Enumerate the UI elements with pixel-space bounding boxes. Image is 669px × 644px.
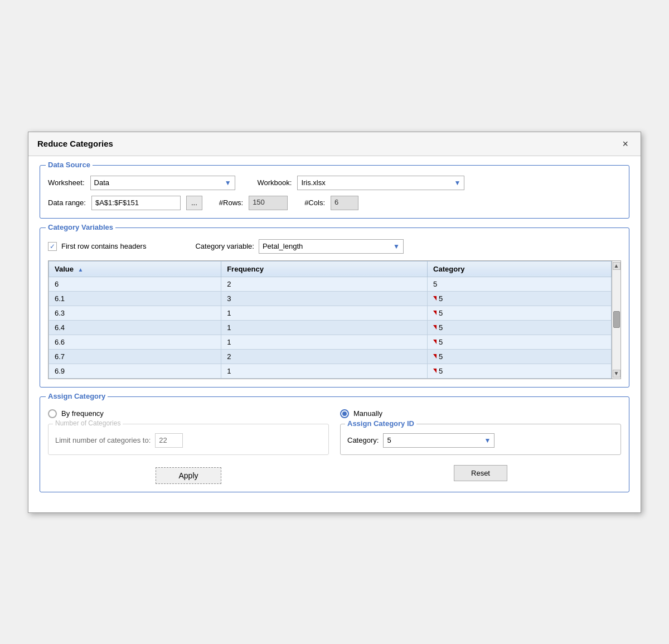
vertical-scrollbar[interactable]: ▲ ▼ [612,261,620,379]
cell-frequency: 2 [221,277,428,291]
category-table: Value ▲ Frequency Category [49,261,612,379]
reset-button[interactable]: Reset [454,465,507,481]
red-triangle-icon [433,311,437,315]
red-triangle-icon [433,340,437,344]
data-source-group: Data Source Worksheet: Data ▼ Workbook: … [40,165,629,219]
data-source-label: Data Source [46,161,93,169]
cols-label: #Cols: [304,198,325,207]
cell-category: 5 [428,306,612,320]
scroll-thumb[interactable] [613,311,620,328]
num-categories-group-label: Number of Categories [53,419,123,427]
cell-value: 6.7 [49,349,221,364]
cell-value: 6 [49,277,221,291]
category-var-arrow-icon: ▼ [393,243,400,250]
first-row-headers-row: First row contains headers Category vari… [48,239,621,254]
table-row[interactable]: 6.415 [49,320,612,335]
scroll-up-arrow[interactable]: ▲ [613,262,620,270]
limit-input[interactable] [155,433,183,448]
table-row[interactable]: 6.615 [49,335,612,349]
rows-label: #Rows: [219,198,243,207]
col-header-frequency[interactable]: Frequency [221,261,428,277]
cell-category: 5 [428,349,612,364]
num-categories-group: Number of Categories Limit number of cat… [48,424,329,455]
workbook-label: Workbook: [258,178,292,187]
dialog-title: Reduce Categories [37,139,113,148]
worksheet-select[interactable]: Data ▼ [90,176,235,190]
table-scroll-area: Value ▲ Frequency Category [49,261,612,379]
category-var-label: Category variable: [195,242,254,250]
table-row[interactable]: 6.315 [49,306,612,320]
workbook-select[interactable]: Iris.xlsx ▼ [297,176,464,190]
cell-frequency: 1 [221,306,428,320]
category-id-select[interactable]: 5 ▼ [383,433,495,448]
assign-category-label: Assign Category [46,392,108,400]
assign-category-group: Assign Category By frequency Number of C… [40,396,629,492]
first-row-headers-checkbox[interactable] [48,242,57,251]
worksheet-row: Worksheet: Data ▼ Workbook: Iris.xlsx ▼ [48,176,621,190]
assign-cat-id-group-label: Assign Category ID [345,419,416,428]
limit-row: Limit number of categories to: [55,433,322,448]
category-var-value: Petal_length [263,242,303,250]
assign-left: By frequency Number of Categories Limit … [48,409,329,484]
cell-frequency: 1 [221,335,428,349]
category-var-select[interactable]: Petal_length ▼ [259,239,404,254]
table-row[interactable]: 625 [49,277,612,291]
worksheet-value: Data [94,178,109,187]
red-triangle-icon [433,369,437,373]
by-frequency-row: By frequency [48,409,329,418]
worksheet-arrow-icon: ▼ [225,179,231,187]
cell-value: 6.9 [49,364,221,378]
workbook-arrow-icon: ▼ [454,179,461,187]
cols-value: 6 [331,196,358,210]
apply-container: Apply [48,461,329,484]
cell-value: 6.1 [49,291,221,306]
browse-button[interactable]: ... [186,196,202,210]
first-row-headers-label: First row contains headers [61,242,146,250]
red-triangle-icon [433,354,437,359]
scroll-down-arrow[interactable]: ▼ [613,370,620,377]
table-row[interactable]: 6.725 [49,349,612,364]
workbook-value: Iris.xlsx [301,178,325,187]
category-variables-group: Category Variables First row contains he… [40,227,629,388]
cell-value: 6.6 [49,335,221,349]
category-table-container: Value ▲ Frequency Category [48,260,621,379]
dialog-body: Data Source Worksheet: Data ▼ Workbook: … [28,156,641,512]
cell-category: 5 [428,277,612,291]
worksheet-label: Worksheet: [48,178,85,187]
assign-body: By frequency Number of Categories Limit … [48,409,621,484]
category-id-label: Category: [347,436,379,444]
sort-icon: ▲ [78,267,84,273]
cell-category: 5 [428,291,612,306]
table-row[interactable]: 6.915 [49,364,612,378]
close-button[interactable]: × [619,138,632,150]
category-id-row: Category: 5 ▼ [347,433,614,448]
cell-category: 5 [428,335,612,349]
title-bar: Reduce Categories × [28,132,641,156]
data-range-input[interactable] [91,196,181,210]
data-range-label: Data range: [48,198,86,207]
manually-label: Manually [353,409,382,418]
apply-button[interactable]: Apply [156,467,221,484]
table-row[interactable]: 6.135 [49,291,612,306]
data-range-row: Data range: ... #Rows: 150 #Cols: 6 [48,196,621,210]
category-id-value: 5 [387,436,391,444]
assign-right: Manually Assign Category ID Category: 5 … [340,409,621,484]
rows-value: 150 [249,196,288,210]
by-frequency-radio[interactable] [48,409,57,418]
cell-frequency: 2 [221,349,428,364]
manually-row: Manually [340,409,621,418]
red-triangle-icon [433,325,437,330]
cell-category: 5 [428,320,612,335]
manually-radio[interactable] [340,409,349,418]
cell-frequency: 1 [221,320,428,335]
cell-value: 6.4 [49,320,221,335]
category-id-arrow-icon: ▼ [484,437,491,444]
by-frequency-label: By frequency [61,409,104,418]
red-triangle-icon [433,296,437,301]
category-variables-label: Category Variables [46,223,115,231]
limit-label: Limit number of categories to: [55,436,151,444]
col-header-value[interactable]: Value ▲ [49,261,221,277]
cell-category: 5 [428,364,612,378]
col-header-category[interactable]: Category [428,261,612,277]
cell-frequency: 1 [221,364,428,378]
